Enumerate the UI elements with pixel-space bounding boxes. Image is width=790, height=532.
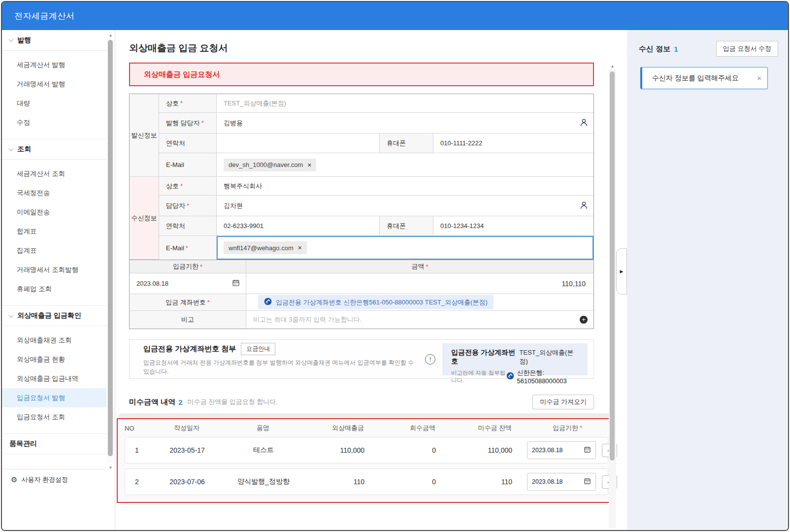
vaccount-summary-box: 입금전용 가상계좌번호 TEST_외상매출(본점) 비고란에 자동 첨부됩니다.… [442, 343, 588, 375]
receiver-contact-field[interactable]: 02-6233-9901 [217, 216, 379, 235]
app-header: 전자세금계산서 [2, 2, 788, 30]
scrollbar-thumb[interactable] [610, 71, 615, 461]
receiver-manager-field[interactable]: 김차현 [217, 196, 593, 216]
table-row: 2 2023-07-06 양식발행_정방향 110 0 110 2023.08.… [125, 468, 608, 495]
receivables-grid-highlight: NO 작성일자 품명 외상매출금 회수금액 미수금 잔액 입금기한* 1 202… [117, 418, 616, 503]
sender-mobile-field[interactable]: 010-1111-2222 [433, 133, 593, 153]
memo-label: 비고 [130, 311, 246, 329]
vaccount-description: 입금요청서에 거래처 전용 가상계좌번호를 첨부 발행하여 외상매출채권 메뉴에… [143, 358, 419, 376]
sender-email-field[interactable]: dev_sh_1000@naver.com × [217, 153, 593, 177]
user-settings[interactable]: ⚙ 사용자 환경설정 [2, 469, 106, 490]
sidebar-scrollbar[interactable]: ▲ ▼ [107, 31, 114, 474]
person-icon[interactable] [579, 118, 589, 129]
bank-icon [264, 298, 272, 307]
vaccount-box-title: 입금전용 가상계좌번호 [451, 348, 520, 366]
receiver-company-label: 상호* [159, 177, 217, 196]
due-amount-form: 입금기한* 금액* 2023.08.18 110,110 입금 계좌번호* 입금… [129, 260, 594, 329]
sidebar-item-revise[interactable]: 수정 [2, 113, 106, 132]
scrollbar-thumb[interactable] [108, 40, 113, 456]
sidebar-item-tax-invoice-issue[interactable]: 세금계산서 발행 [2, 55, 106, 74]
sidebar-section-item-management[interactable]: 품목관리 [2, 433, 106, 454]
email-chip: wnfl147@wehago.com × [224, 241, 307, 254]
sidebar-item-receivables-bond-inquiry[interactable]: 외상매출채권 조회 [2, 331, 106, 350]
sidebar-item-tax-invoice-inquiry[interactable]: 세금계산서 조회 [2, 164, 106, 183]
panel-collapse-toggle[interactable]: ▶ [616, 248, 627, 295]
sender-email-label: E-Mail [159, 153, 217, 177]
app-title: 전자세금계산서 [14, 10, 75, 22]
sender-company-field[interactable]: TEST_외상매출(본점) [217, 94, 593, 113]
sender-contact-label: 연락처 [159, 133, 217, 153]
vaccount-note: 비고란에 자동 첨부됩니다. [451, 369, 506, 384]
receiver-contact-label: 연락처 [159, 216, 217, 236]
memo-field[interactable]: 비고는 최대 3줄까지 입력 가능합니다. + [246, 311, 593, 329]
calendar-icon[interactable] [584, 446, 591, 455]
chevron-right-icon: ▶ [620, 269, 624, 274]
edit-deposit-request-button[interactable]: 입금 요청서 수정 [716, 41, 778, 57]
sidebar-item-bulk[interactable]: 대량 [2, 94, 106, 113]
app-window: 전자세금계산서 발행 세금계산서 발행 거래명세서 발행 대량 수정 조회 세금… [1, 1, 789, 531]
receiver-email-field[interactable]: wnfl147@wehago.com × [217, 236, 593, 260]
panel-title: 수신 정보 [639, 44, 670, 54]
gear-icon: ⚙ [11, 475, 17, 484]
vaccount-number: 신한은행: 56105088000003 [506, 368, 580, 385]
receiver-company-field[interactable]: 행복주식회사 [217, 177, 593, 196]
sender-group-label: 발신정보 [130, 94, 159, 177]
sender-receiver-form: 발신정보 상호* TEST_외상매출(본점) 발행 담당자* 김병용 연락처 휴… [129, 94, 594, 260]
account-label: 입금 계좌번호* [130, 294, 246, 311]
fee-guide-button[interactable]: 요금안내 [241, 343, 275, 355]
scroll-down-icon[interactable]: ▼ [107, 464, 114, 471]
amount-field[interactable]: 110,110 [246, 273, 593, 294]
receiver-manager-label: 담당자* [159, 196, 217, 216]
calendar-icon[interactable] [232, 279, 240, 288]
sidebar-section-receivables-deposit[interactable]: 외상매출금 입금확인 [2, 305, 106, 326]
remove-email-icon[interactable]: × [298, 244, 302, 252]
virtual-account-chip: 입금전용 가상계좌번호 신한은행561-050-88000003 TEST_외상… [258, 295, 494, 309]
virtual-account-info-box: 입금전용 가상계좌번호 첨부 요금안내 입금요청서에 거래처 전용 가상계좌번호… [129, 339, 594, 379]
sidebar-item-nts-transmission[interactable]: 국세청전송 [2, 183, 106, 202]
sidebar-item-deposit-request-inquiry[interactable]: 입금요청서 조회 [2, 407, 106, 427]
fetch-receivables-button[interactable]: 미수금 가져오기 [532, 395, 594, 409]
scroll-up-icon[interactable]: ▲ [107, 31, 114, 39]
vaccount-attach-title: 입금전용 가상계좌번호 첨부 [143, 344, 236, 354]
chevron-down-icon [9, 146, 14, 151]
sender-manager-field[interactable]: 김병용 [217, 113, 593, 133]
person-icon[interactable] [579, 200, 589, 211]
close-icon[interactable]: × [757, 74, 761, 82]
receiver-mobile-label: 휴대폰 [379, 216, 433, 235]
chevron-down-icon [9, 37, 14, 42]
add-memo-line-icon[interactable]: + [580, 316, 588, 324]
sidebar-section-issue[interactable]: 발행 [2, 30, 106, 51]
remove-email-icon[interactable]: × [307, 161, 311, 169]
receiver-mobile-field[interactable]: 010-1234-1234 [433, 216, 593, 235]
table-row: 1 2023-05-17 테스트 110,000 0 110,000 2023.… [125, 437, 608, 464]
form-banner: 외상매출금 입금요청서 [129, 63, 594, 86]
sender-contact-field[interactable] [217, 133, 379, 153]
receiver-notice-card: 수신자 정보를 입력해주세요 × [640, 67, 768, 89]
sidebar-item-receivables-deposit-history[interactable]: 외상매출금 입금내역 [2, 369, 106, 388]
amount-header: 금액* [246, 260, 593, 273]
sidebar-item-statement-issue[interactable]: 거래명세서 발행 [2, 74, 106, 94]
warning-icon: ! [425, 354, 435, 365]
sidebar-item-receivables-status[interactable]: 외상매출금 현황 [2, 350, 106, 369]
panel-count: 1 [674, 45, 678, 53]
sidebar-item-business-closure-inquiry[interactable]: 휴폐업 조회 [2, 279, 106, 299]
account-field[interactable]: 입금전용 가상계좌번호 신한은행561-050-88000003 TEST_외상… [246, 294, 593, 311]
sidebar-item-statement-inquiry-issue[interactable]: 거래명세서 조회발행 [2, 260, 106, 279]
receivables-grid: NO 작성일자 품명 외상매출금 회수금액 미수금 잔액 입금기한* 1 202… [117, 418, 616, 503]
email-chip: dev_sh_1000@naver.com × [224, 159, 316, 171]
scroll-up-icon[interactable]: ▲ [609, 62, 616, 70]
due-date-field[interactable]: 2023.08.18 [130, 273, 246, 294]
sidebar-item-sum-table[interactable]: 합계표 [2, 222, 106, 241]
row-due-date-input[interactable]: 2023.08.18 [527, 441, 596, 459]
receiver-info-panel: 수신 정보 1 입금 요청서 수정 수신자 정보를 입력해주세요 × [627, 30, 789, 531]
main-scrollbar[interactable]: ▲ [609, 62, 616, 531]
sidebar-section-inquiry[interactable]: 조회 [2, 139, 106, 160]
row-due-date-input[interactable]: 2023.08.18 [527, 473, 596, 491]
sidebar: 발행 세금계산서 발행 거래명세서 발행 대량 수정 조회 세금계산서 조회 국… [2, 30, 115, 531]
bank-icon [506, 372, 514, 381]
grid-header-row: NO 작성일자 품명 외상매출금 회수금액 미수금 잔액 입금기한* [125, 419, 608, 437]
calendar-icon[interactable] [584, 477, 591, 486]
sidebar-item-aggregate-table[interactable]: 집계표 [2, 241, 106, 260]
sidebar-item-deposit-request-issue[interactable]: 입금요청서 발행 [2, 388, 106, 407]
sidebar-item-email-transmission[interactable]: 이메일전송 [2, 202, 106, 222]
